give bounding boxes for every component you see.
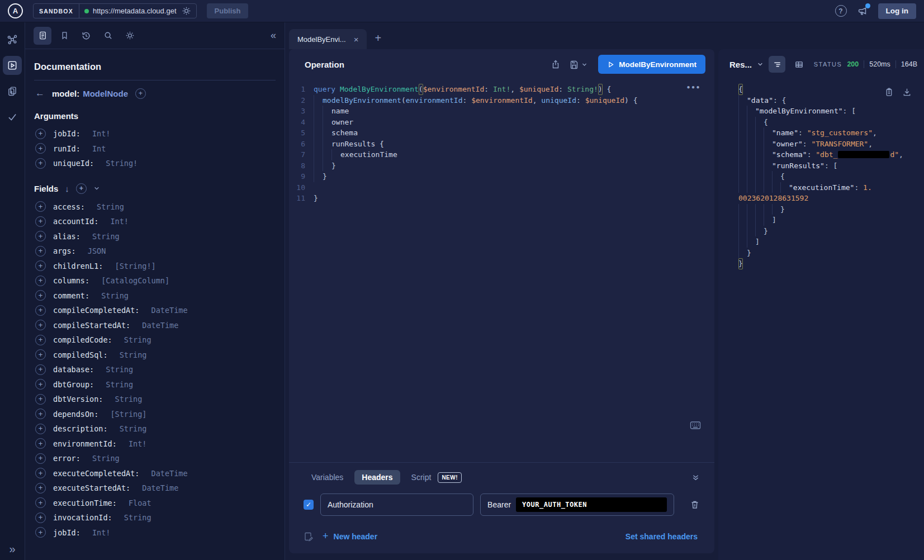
expand-rail-icon[interactable]: » [9, 543, 15, 556]
auth-token-value[interactable]: YOUR_AUTH_TOKEN [516, 497, 667, 512]
endpoint-url-box[interactable]: https://metadata.cloud.get [79, 4, 196, 18]
field-row[interactable]: +compiledSql: String [34, 348, 276, 363]
field-row[interactable]: +invocationId: String [34, 510, 276, 525]
add-all-fields-icon[interactable]: + [76, 183, 87, 194]
field-row[interactable]: +compiledCode: String [34, 333, 276, 348]
add-field-icon[interactable]: + [35, 290, 46, 301]
collapse-panel-icon[interactable]: « [271, 30, 276, 41]
table-view-toggle-icon[interactable] [790, 56, 807, 73]
apollo-logo[interactable]: A [8, 3, 23, 18]
field-row[interactable]: +alias: String [34, 229, 276, 244]
run-operation-button[interactable]: ModelByEnvironment [598, 55, 705, 74]
field-row[interactable]: +comment: String [34, 288, 276, 303]
new-header-button[interactable]: + New header [323, 530, 377, 542]
delete-header-icon[interactable] [690, 500, 700, 510]
field-row[interactable]: +executeCompletedAt: DateTime [34, 466, 276, 481]
add-field-icon[interactable]: + [35, 216, 46, 227]
add-field-icon[interactable]: + [35, 335, 46, 345]
tab-script[interactable]: Script [411, 473, 432, 482]
breadcrumb-field[interactable]: model: [52, 89, 79, 98]
argument-row[interactable]: +uniqueId: String! [34, 156, 276, 171]
nav-checks-icon[interactable] [3, 107, 22, 126]
set-shared-headers-link[interactable]: Set shared headers [626, 532, 698, 541]
argument-row[interactable]: +runId: Int [34, 141, 276, 156]
field-row[interactable]: +dbtVersion: String [34, 392, 276, 407]
field-row[interactable]: +environmentId: Int! [34, 436, 276, 452]
nav-collections-icon[interactable] [3, 82, 22, 101]
add-field-icon[interactable]: + [35, 349, 46, 360]
settings-gear-icon[interactable] [121, 27, 139, 45]
copy-response-icon[interactable] [884, 87, 894, 97]
save-operation-button[interactable] [569, 59, 587, 69]
breadcrumb-type[interactable]: ModelNode [83, 89, 128, 98]
field-row[interactable]: +executeStartedAt: DateTime [34, 481, 276, 496]
add-field-icon[interactable]: + [35, 320, 46, 330]
tree-view-toggle-icon[interactable] [769, 56, 785, 73]
add-field-icon[interactable]: + [35, 453, 46, 464]
add-field-icon[interactable]: + [35, 276, 46, 286]
field-row[interactable]: +description: String [34, 421, 276, 436]
add-field-icon[interactable]: + [35, 512, 46, 523]
help-icon[interactable]: ? [835, 5, 847, 17]
tab-headers[interactable]: Headers [354, 470, 400, 485]
publish-button[interactable]: Publish [207, 3, 249, 18]
response-chevron-down-icon[interactable] [757, 61, 764, 68]
back-arrow-icon[interactable]: ← [35, 88, 45, 99]
add-field-icon[interactable]: + [35, 246, 46, 257]
add-field-icon[interactable]: + [35, 379, 46, 390]
nav-explorer-icon[interactable] [3, 56, 22, 75]
nav-schema-graph-icon[interactable] [3, 30, 22, 49]
operation-tab[interactable]: ModelByEnvi... × [289, 29, 367, 49]
fields-chevron-down-icon[interactable] [93, 185, 100, 192]
add-field-icon[interactable]: + [35, 497, 46, 508]
field-row[interactable]: +dbtGroup: String [34, 377, 276, 392]
close-tab-icon[interactable]: × [354, 35, 359, 44]
header-value-input[interactable]: Bearer YOUR_AUTH_TOKEN [480, 493, 674, 516]
add-field-icon[interactable]: + [35, 201, 46, 212]
sort-fields-icon[interactable]: ↓ [65, 184, 69, 193]
search-icon[interactable] [99, 27, 117, 45]
keyboard-shortcuts-icon[interactable] [690, 421, 701, 430]
share-operation-icon[interactable] [551, 59, 561, 69]
query-editor[interactable]: 1query ModelByEnvironment($environmentId… [289, 79, 714, 462]
bookmarks-icon[interactable] [55, 27, 73, 45]
add-field-icon[interactable]: + [35, 364, 46, 375]
download-response-icon[interactable] [902, 87, 912, 97]
response-title[interactable]: Res... [729, 60, 752, 69]
add-field-icon[interactable]: + [35, 260, 46, 271]
header-enabled-checkbox[interactable]: ✓ [304, 500, 314, 510]
new-tab-icon[interactable]: + [375, 32, 381, 45]
add-argument-icon[interactable]: + [35, 129, 46, 139]
edit-headers-json-icon[interactable] [304, 531, 314, 542]
add-field-icon[interactable]: + [35, 409, 46, 419]
add-field-icon[interactable]: + [35, 527, 46, 538]
add-argument-icon[interactable]: + [35, 158, 46, 169]
add-field-icon[interactable]: + [35, 483, 46, 493]
tab-variables[interactable]: Variables [311, 473, 343, 482]
add-field-icon[interactable]: + [135, 88, 146, 99]
history-icon[interactable] [77, 27, 95, 45]
add-field-icon[interactable]: + [35, 305, 46, 316]
field-row[interactable]: +childrenL1: [String!] [34, 259, 276, 274]
field-row[interactable]: +executionTime: Float [34, 496, 276, 511]
editor-menu-icon[interactable]: ●●● [686, 84, 701, 90]
documentation-tab-icon[interactable] [34, 27, 51, 45]
collapse-section-icon[interactable] [691, 473, 700, 482]
add-field-icon[interactable]: + [35, 424, 46, 434]
field-row[interactable]: +compileCompletedAt: DateTime [34, 303, 276, 318]
field-row[interactable]: +columns: [CatalogColumn] [34, 273, 276, 288]
endpoint-url[interactable]: https://metadata.cloud.get [93, 7, 177, 15]
field-row[interactable]: +accountId: Int! [34, 214, 276, 229]
field-row[interactable]: +compileStartedAt: DateTime [34, 318, 276, 333]
connection-settings-icon[interactable] [181, 6, 191, 16]
field-row[interactable]: +error: String [34, 451, 276, 466]
login-button[interactable]: Log in [878, 3, 917, 19]
field-row[interactable]: +database: String [34, 362, 276, 377]
add-field-icon[interactable]: + [35, 438, 46, 449]
add-field-icon[interactable]: + [35, 231, 46, 241]
header-name-input[interactable]: Authorization [320, 493, 473, 516]
field-row[interactable]: +jobId: Int! [34, 525, 276, 540]
add-field-icon[interactable]: + [35, 468, 46, 478]
add-argument-icon[interactable]: + [35, 143, 46, 154]
add-field-icon[interactable]: + [35, 394, 46, 405]
